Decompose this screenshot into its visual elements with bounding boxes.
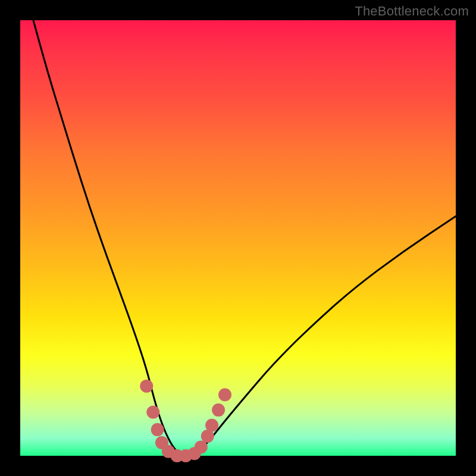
trough-marker: [146, 406, 159, 419]
bottleneck-curve-svg: [20, 20, 456, 456]
trough-markers: [140, 380, 231, 462]
trough-marker: [151, 423, 164, 436]
watermark-label: TheBottleneck.com: [355, 4, 469, 19]
chart-frame: TheBottleneck.com: [0, 0, 476, 476]
bottleneck-curve: [33, 20, 456, 456]
plot-area: [20, 20, 456, 456]
trough-marker: [140, 380, 153, 393]
trough-marker: [212, 403, 225, 416]
trough-marker: [195, 440, 208, 453]
trough-marker: [205, 419, 218, 432]
trough-marker: [218, 389, 231, 402]
